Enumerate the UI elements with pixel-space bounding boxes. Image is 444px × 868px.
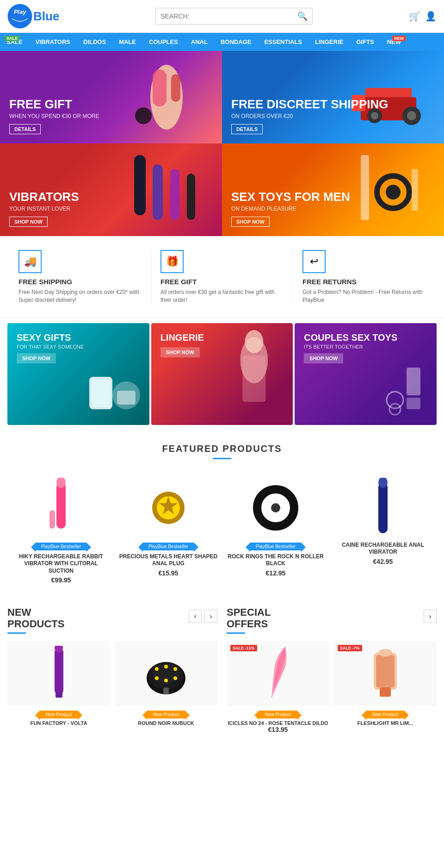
promo-lingerie[interactable]: LINGERIE SHOP NOW [151,323,293,425]
promo-sexy-gifts[interactable]: SEXY GIFTS FOR THAT SEXY SOMEONE SHOP NO… [7,323,149,425]
hero-subtitle-4: ON DEMAND PLEASURE [231,206,350,212]
special-offers-next[interactable]: › [424,610,437,623]
nav-male[interactable]: MALE [112,33,142,51]
nav-dildos[interactable]: DILDOS [77,33,112,51]
main-nav: SALE SALE VIBRATORS DILDOS MALE COUPLES … [0,33,444,51]
returns-icon: ↩ [302,250,326,273]
header-icons: 🛒 👤 [409,11,437,22]
nav-essentials[interactable]: ESSENTIALS [258,33,308,51]
hero-text-4: SEX TOYS FOR MEN ON DEMAND PLEASURE SHOP… [231,190,350,227]
svg-point-5 [135,107,152,124]
product-price-3: €12.95 [226,569,326,577]
svg-point-9 [407,111,416,120]
special-offers-header: SPECIALOFFERS › [227,607,437,641]
svg-text:Play: Play [14,8,27,15]
new-products-underline [7,632,26,634]
sale-tag-2: SALE -7% [338,645,362,651]
new-products-grid: New Product FUN FACTORY - VOLTA [7,641,217,726]
hero-decoration-1 [111,51,222,144]
special-offers-section: SPECIALOFFERS › SALE -11% New Product [227,607,437,733]
product-img-1 [11,478,111,538]
features-section: 🚚 FREE SHIPPING Free Next Day Shipping o… [0,236,444,318]
svg-point-56 [378,649,392,656]
promo-title-3: COUPLES SEX TOYS [304,332,427,343]
new-products-next[interactable]: › [204,610,217,623]
search-input[interactable] [160,12,297,20]
nav-bondage[interactable]: BONDAGE [214,33,258,51]
nav-gifts[interactable]: GIFTS [350,33,380,51]
svg-point-48 [164,665,168,668]
special-badge-2: New Product [366,711,404,718]
logo[interactable]: Play Blue [7,4,59,29]
new-product-1[interactable]: New Product FUN FACTORY - VOLTA [7,641,110,726]
new-badge-1: New Product [40,711,77,718]
hero-banner-vibrators[interactable]: VIBRATORS YOUR INSTANT LOVER SHOP NOW [0,144,222,236]
hero-banner-men[interactable]: SEX TOYS FOR MEN ON DEMAND PLEASURE SHOP… [222,144,444,236]
hero-banner-shipping[interactable]: FREE DISCREET SHIPPING ON ORDERS OVER €2… [222,51,444,144]
nav-couples[interactable]: COUPLES [142,33,185,51]
bestseller-badge-1: PlayBlue Bestseller [36,543,86,550]
search-button[interactable]: 🔍 [297,11,308,21]
nav-anal[interactable]: ANAL [185,33,214,51]
hero-title-3: VIBRATORS [9,190,79,204]
hero-btn-2[interactable]: DETAILS [231,124,263,134]
product-card-1[interactable]: PlayBlue Bestseller HIKY RECHARGEABLE RA… [7,473,115,589]
nav-new[interactable]: NEW NEW [381,33,407,51]
svg-rect-20 [412,169,418,211]
hero-decoration-3 [111,144,222,236]
hero-btn-4[interactable]: SHOP NOW [231,217,270,227]
svg-rect-14 [153,164,163,220]
promo-img-3 [379,363,434,420]
new-products-title-wrap: NEWPRODUCTS [7,607,64,641]
svg-rect-57 [380,687,391,697]
promo-couples[interactable]: COUPLES SEX TOYS ITS BETTER TOGETHER SHO… [295,323,437,425]
nav-sale[interactable]: SALE SALE [0,33,29,51]
svg-rect-29 [407,398,420,409]
special-price-1: €13.95 [227,726,329,733]
hero-text-3: VIBRATORS YOUR INSTANT LOVER SHOP NOW [9,190,79,227]
svg-rect-24 [117,391,136,405]
hero-text-2: FREE DISCREET SHIPPING ON ORDERS OVER €2… [231,98,388,134]
hero-btn-1[interactable]: DETAILS [9,124,41,134]
product-img-2 [118,478,218,538]
hero-title-2: FREE DISCREET SHIPPING [231,98,388,111]
promo-btn-1[interactable]: SHOP NOW [17,353,56,363]
bottom-sections: NEWPRODUCTS ‹ › New Product [0,598,444,742]
new-product-img-1 [7,641,110,706]
product-price-1: €99.95 [11,576,111,584]
new-product-img-2 [115,641,217,706]
svg-rect-28 [407,368,420,395]
new-product-2[interactable]: New Product ROUND NOIR NUBUCK [115,641,217,726]
new-products-prev[interactable]: ‹ [189,610,202,623]
feature-gift: 🎁 FREE GIFT All orders over €30 get a fa… [151,250,293,304]
special-product-2[interactable]: SALE -7% New Product FLESHLIGHT MR LIM..… [334,641,437,733]
new-badge-2: New Product [147,711,185,718]
featured-underline [213,458,231,459]
sale-tag-1: SALE -11% [230,645,257,651]
user-button[interactable]: 👤 [425,11,437,22]
promo-btn-2[interactable]: SHOP NOW [160,347,200,357]
feature-returns-title: FREE RETURNS [302,278,426,286]
svg-point-50 [173,676,177,680]
nav-lingerie[interactable]: LINGERIE [308,33,350,51]
product-price-2: €15.95 [118,569,218,577]
cart-button[interactable]: 🛒 [409,11,420,22]
special-product-1[interactable]: SALE -11% New Product ICICLES NO 24 - RO… [227,641,329,733]
product-card-3[interactable]: PlayBlue Bestseller ROCK RINGS THE ROCK … [222,473,329,589]
product-card-4[interactable]: CAINE RECHARGEABLE ANAL VIBRATOR €42.95 [329,473,437,589]
featured-section: FEATURED PRODUCTS PlayBlue Bestseller HI… [0,430,444,598]
hero-btn-3[interactable]: SHOP NOW [9,217,48,227]
products-grid: PlayBlue Bestseller HIKY RECHARGEABLE RA… [0,468,444,598]
product-card-2[interactable]: PlayBlue Bestseller PRECIOUS METALS HEAR… [115,473,222,589]
svg-point-52 [155,676,159,680]
logo-icon: Play [7,4,32,29]
shipping-icon: 🚚 [18,250,42,273]
svg-point-47 [155,667,159,671]
new-product-name-2: ROUND NOIR NUBUCK [115,720,217,726]
promo-text-3: COUPLES SEX TOYS ITS BETTER TOGETHER SHO… [304,332,427,363]
hero-title-4: SEX TOYS FOR MEN [231,190,350,204]
hero-subtitle-1: WHEN YOU SPEND €30 OR MORE [9,113,99,119]
nav-vibrators[interactable]: VIBRATORS [29,33,77,51]
hero-banner-free-gift[interactable]: FREE GIFT WHEN YOU SPEND €30 OR MORE DET… [0,51,222,144]
promo-btn-3[interactable]: SHOP NOW [304,353,343,363]
